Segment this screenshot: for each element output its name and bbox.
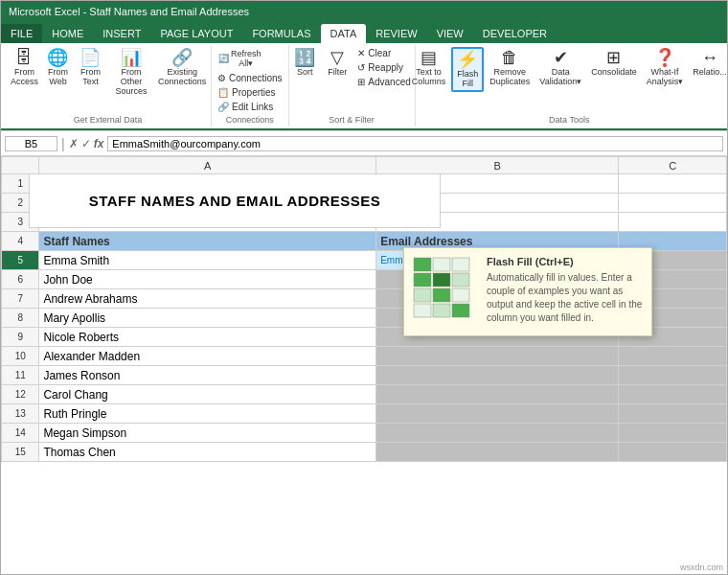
- btn-from-other[interactable]: 📊 From OtherSources: [107, 47, 154, 98]
- cell-c2[interactable]: [619, 194, 727, 213]
- row-header-15[interactable]: 15: [2, 443, 39, 462]
- svg-rect-8: [452, 288, 469, 302]
- col-header-corner[interactable]: [2, 157, 39, 174]
- cell-reference-box[interactable]: [5, 136, 57, 151]
- svg-rect-7: [433, 288, 450, 302]
- cell-a14[interactable]: Megan Simpson: [39, 424, 376, 443]
- row-header-7[interactable]: 7: [2, 289, 39, 309]
- connections-icon: ⚙: [217, 73, 226, 83]
- refresh-icon: 🔄: [218, 54, 229, 63]
- cell-a10[interactable]: Alexander Madden: [39, 347, 376, 366]
- btn-refresh-all[interactable]: 🔄 RefreshAll▾: [215, 47, 285, 70]
- tab-view[interactable]: VIEW: [427, 24, 473, 43]
- row-header-8[interactable]: 8: [2, 309, 39, 328]
- cell-b12[interactable]: [376, 385, 619, 404]
- row-header-12[interactable]: 12: [2, 385, 39, 404]
- tab-developer[interactable]: DEVELOPER: [473, 24, 557, 43]
- col-header-a[interactable]: A: [39, 157, 376, 174]
- insert-function-icon[interactable]: fx: [94, 137, 104, 150]
- cell-b11[interactable]: [376, 366, 619, 385]
- cell-a8[interactable]: Mary Apollis: [39, 309, 376, 328]
- btn-advanced[interactable]: ⊞ Advanced: [354, 76, 413, 88]
- cell-c15[interactable]: [619, 443, 727, 462]
- tab-formulas[interactable]: FORMULAS: [242, 24, 320, 43]
- cell-b10[interactable]: [376, 347, 619, 366]
- row-header-13[interactable]: 13: [2, 404, 39, 424]
- formula-input[interactable]: [107, 136, 723, 151]
- row-header-10[interactable]: 10: [2, 347, 39, 366]
- row-header-5[interactable]: 5: [2, 251, 39, 270]
- from-access-icon: 🗄: [15, 49, 33, 66]
- table-row: 12 Carol Chang: [2, 385, 727, 404]
- btn-consolidate[interactable]: ⊞ Consolidate: [587, 47, 641, 79]
- btn-from-web[interactable]: 🌐 FromWeb: [42, 47, 73, 88]
- cell-a9[interactable]: Nicole Roberts: [39, 328, 376, 347]
- spreadsheet-title: STAFF NAMES AND EMAIL ADDRESSES: [89, 193, 381, 209]
- cell-a4[interactable]: Staff Names: [39, 232, 376, 251]
- btn-what-if[interactable]: ❓ What-IfAnalysis▾: [643, 47, 688, 88]
- btn-reapply[interactable]: ↺ Reapply: [354, 61, 413, 74]
- ribbon-tab-bar: FILE HOME INSERT PAGE LAYOUT FORMULAS DA…: [1, 22, 727, 43]
- cell-c10[interactable]: [619, 347, 727, 366]
- group-data-tools: ▤ Text toColumns ⚡ FlashFill 🗑 RemoveDup…: [416, 45, 723, 126]
- btn-text-to-columns[interactable]: ▤ Text toColumns: [408, 47, 450, 88]
- cancel-formula-icon[interactable]: ✗: [69, 137, 79, 150]
- cell-b15[interactable]: [376, 443, 619, 462]
- cell-b14[interactable]: [376, 424, 619, 443]
- btn-data-validation[interactable]: ✔ DataValidation▾: [535, 47, 585, 88]
- cell-a12[interactable]: Carol Chang: [39, 385, 376, 404]
- cell-c11[interactable]: [619, 366, 727, 385]
- existing-connections-icon: 🔗: [171, 49, 193, 66]
- tab-insert[interactable]: INSERT: [93, 24, 150, 43]
- cell-a6[interactable]: John Doe: [39, 270, 376, 289]
- tab-page-layout[interactable]: PAGE LAYOUT: [150, 24, 242, 43]
- cell-a5[interactable]: Emma Smith: [39, 251, 376, 270]
- btn-from-text[interactable]: 📄 FromText: [75, 47, 105, 88]
- btn-existing-connections[interactable]: 🔗 ExistingConnections: [157, 47, 208, 88]
- cell-c3[interactable]: [619, 213, 727, 232]
- svg-rect-3: [414, 273, 431, 287]
- btn-filter[interactable]: ▽ Filter: [322, 47, 353, 79]
- btn-sort[interactable]: 🔢 Sort: [289, 47, 320, 79]
- cell-a13[interactable]: Ruth Pringle: [39, 404, 376, 424]
- btn-remove-duplicates[interactable]: 🗑 RemoveDuplicates: [486, 47, 534, 88]
- clear-icon: ✕: [357, 48, 365, 58]
- btn-edit-links[interactable]: 🔗 Edit Links: [215, 101, 285, 113]
- svg-rect-9: [414, 304, 431, 317]
- row-header-6[interactable]: 6: [2, 270, 39, 289]
- cell-c1[interactable]: [619, 174, 727, 194]
- tab-home[interactable]: HOME: [42, 24, 93, 43]
- row-header-4[interactable]: 4: [2, 232, 39, 251]
- table-row: 11 James Ronson: [2, 366, 727, 385]
- col-header-c[interactable]: C: [619, 157, 727, 174]
- row-header-9[interactable]: 9: [2, 328, 39, 347]
- cell-c14[interactable]: [619, 424, 727, 443]
- tab-file[interactable]: FILE: [1, 24, 42, 43]
- btn-properties[interactable]: 📋 Properties: [215, 86, 285, 99]
- group-connections: 🔄 RefreshAll▾ ⚙ Connections 📋 Properties: [212, 45, 289, 126]
- tooltip-description: Automatically fill in values. Enter a co…: [487, 271, 644, 325]
- row-header-14[interactable]: 14: [2, 424, 39, 443]
- tooltip-text-area: Flash Fill (Ctrl+E) Automatically fill i…: [487, 256, 644, 328]
- row-header-11[interactable]: 11: [2, 366, 39, 385]
- from-text-icon: 📄: [80, 49, 101, 66]
- cell-b13[interactable]: [376, 404, 619, 424]
- cell-c13[interactable]: [619, 404, 727, 424]
- confirm-formula-icon[interactable]: ✓: [81, 137, 91, 150]
- btn-relationships[interactable]: ↔ Relatio...: [689, 47, 728, 79]
- sort-icon: 🔢: [294, 49, 315, 66]
- tab-data[interactable]: DATA: [321, 24, 367, 43]
- svg-rect-1: [433, 258, 450, 271]
- group-label-external: Get External Data: [11, 113, 205, 125]
- remove-dup-icon: 🗑: [501, 49, 518, 66]
- btn-connections[interactable]: ⚙ Connections: [215, 72, 285, 84]
- cell-c12[interactable]: [619, 385, 727, 404]
- btn-from-access[interactable]: 🗄 FromAccess: [8, 47, 40, 88]
- tab-review[interactable]: REVIEW: [366, 24, 426, 43]
- cell-a7[interactable]: Andrew Abrahams: [39, 289, 376, 309]
- btn-flash-fill[interactable]: ⚡ FlashFill: [451, 47, 484, 92]
- col-header-b[interactable]: B: [376, 157, 619, 174]
- btn-clear[interactable]: ✕ Clear: [354, 47, 413, 59]
- cell-a11[interactable]: James Ronson: [39, 366, 376, 385]
- cell-a15[interactable]: Thomas Chen: [39, 443, 376, 462]
